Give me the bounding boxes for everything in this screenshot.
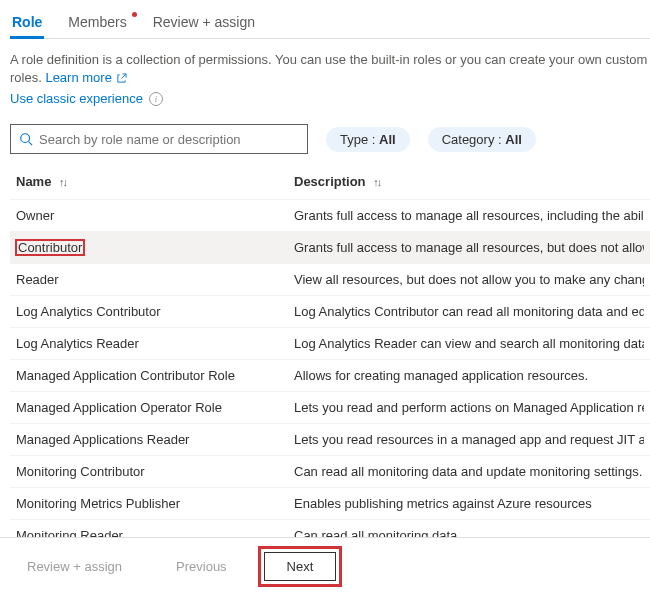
table-row[interactable]: Contributor Grants full access to manage… xyxy=(10,231,650,263)
review-assign-button[interactable]: Review + assign xyxy=(10,552,139,581)
role-name-cell: Monitoring Metrics Publisher xyxy=(16,496,294,511)
role-name-cell: Managed Application Contributor Role xyxy=(16,368,294,383)
table-row[interactable]: Managed Applications Reader Lets you rea… xyxy=(10,423,650,455)
role-desc-cell: Log Analytics Reader can view and search… xyxy=(294,336,644,351)
tab-members[interactable]: Members xyxy=(66,10,128,38)
svg-line-1 xyxy=(29,142,33,146)
role-name-cell: Log Analytics Reader xyxy=(16,336,294,351)
table-row[interactable]: Owner Grants full access to manage all r… xyxy=(10,199,650,231)
info-icon[interactable]: i xyxy=(149,92,163,106)
role-desc-cell: Lets you read resources in a managed app… xyxy=(294,432,644,447)
role-name-cell: Reader xyxy=(16,272,294,287)
filter-category-label: Category : xyxy=(442,132,506,147)
role-name-cell: Managed Applications Reader xyxy=(16,432,294,447)
highlight-box: Contributor xyxy=(16,240,84,255)
role-name-cell: Log Analytics Contributor xyxy=(16,304,294,319)
search-icon xyxy=(19,132,33,146)
role-name-cell: Managed Application Operator Role xyxy=(16,400,294,415)
filter-category-pill[interactable]: Category : All xyxy=(428,127,536,152)
intro-text: A role definition is a collection of per… xyxy=(10,51,650,87)
tab-role[interactable]: Role xyxy=(10,10,44,38)
role-desc-cell: Can read all monitoring data and update … xyxy=(294,464,644,479)
table-row[interactable]: Log Analytics Contributor Log Analytics … xyxy=(10,295,650,327)
role-desc-cell: Enables publishing metrics against Azure… xyxy=(294,496,644,511)
search-box[interactable] xyxy=(10,124,308,154)
role-desc-cell: Allows for creating managed application … xyxy=(294,368,644,383)
table-row[interactable]: Monitoring Metrics Publisher Enables pub… xyxy=(10,487,650,519)
table-row[interactable]: Monitoring Contributor Can read all moni… xyxy=(10,455,650,487)
controls-row: Type : All Category : All xyxy=(10,124,650,154)
table-row[interactable]: Reader View all resources, but does not … xyxy=(10,263,650,295)
table-row[interactable]: Managed Application Operator Role Lets y… xyxy=(10,391,650,423)
table-row[interactable]: Log Analytics Reader Log Analytics Reade… xyxy=(10,327,650,359)
footer-bar: Review + assign Previous Next xyxy=(0,537,650,595)
filter-type-label: Type : xyxy=(340,132,379,147)
next-button[interactable]: Next xyxy=(264,552,337,581)
table-row[interactable]: Managed Application Contributor Role All… xyxy=(10,359,650,391)
filter-category-value: All xyxy=(505,132,522,147)
column-header-name[interactable]: Name ↑↓ xyxy=(16,174,294,189)
tab-review-assign[interactable]: Review + assign xyxy=(151,10,257,38)
role-name-cell: Monitoring Contributor xyxy=(16,464,294,479)
search-input[interactable] xyxy=(39,132,299,147)
column-header-description[interactable]: Description ↑↓ xyxy=(294,174,644,189)
svg-point-0 xyxy=(21,134,30,143)
role-desc-cell: View all resources, but does not allow y… xyxy=(294,272,644,287)
previous-button[interactable]: Previous xyxy=(159,552,244,581)
table-header: Name ↑↓ Description ↑↓ xyxy=(10,166,650,199)
learn-more-link[interactable]: Learn more xyxy=(45,70,126,85)
learn-more-label: Learn more xyxy=(45,70,111,85)
sort-arrows-icon: ↑↓ xyxy=(59,176,66,188)
attention-dot-icon xyxy=(132,12,137,17)
tab-members-label: Members xyxy=(68,14,126,30)
external-link-icon xyxy=(116,73,127,84)
role-desc-cell: Lets you read and perform actions on Man… xyxy=(294,400,644,415)
role-name-cell: Owner xyxy=(16,208,294,223)
role-desc-cell: Grants full access to manage all resourc… xyxy=(294,240,644,255)
tabs-bar: Role Members Review + assign xyxy=(10,10,650,39)
filter-type-pill[interactable]: Type : All xyxy=(326,127,410,152)
role-name-cell: Contributor xyxy=(16,240,294,255)
roles-table: Name ↑↓ Description ↑↓ Owner Grants full… xyxy=(10,166,650,583)
column-name-label: Name xyxy=(16,174,51,189)
role-desc-cell: Grants full access to manage all resourc… xyxy=(294,208,644,223)
column-desc-label: Description xyxy=(294,174,366,189)
filter-type-value: All xyxy=(379,132,396,147)
sort-arrows-icon: ↑↓ xyxy=(373,176,380,188)
classic-experience-link[interactable]: Use classic experience xyxy=(10,91,143,106)
role-desc-cell: Log Analytics Contributor can read all m… xyxy=(294,304,644,319)
